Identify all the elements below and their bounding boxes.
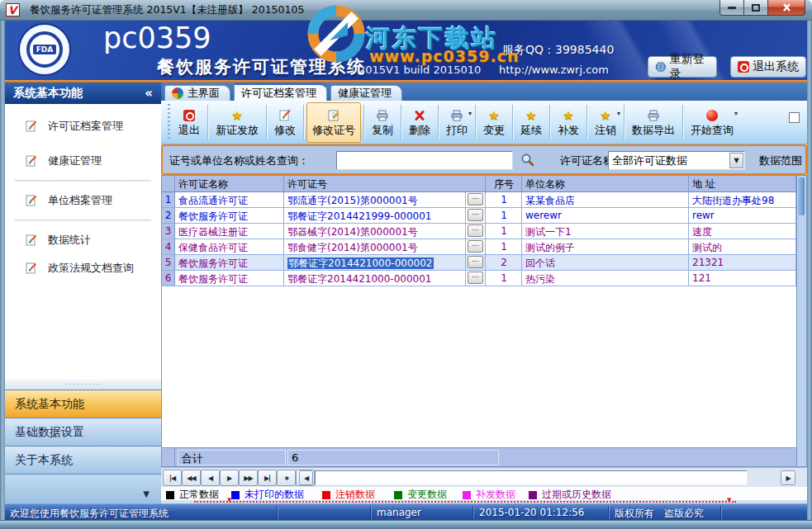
nav-insert-button[interactable]: ∗ xyxy=(277,470,296,486)
table-row[interactable]: 1 食品流通许可证 鄂流通字(2015)第000001号 ··· 1 某某食品店… xyxy=(162,192,796,208)
overflow-caret-icon[interactable]: ▼ xyxy=(143,489,150,498)
dropdown-caret-icon[interactable]: ▾ xyxy=(468,110,472,117)
fda-logo-text: FDA xyxy=(33,45,57,54)
nav-prior-page-button[interactable]: ◀◀ xyxy=(182,470,201,486)
app-icon: V xyxy=(6,3,20,17)
status-copyright: 版权所有 盗版必究 xyxy=(615,507,704,521)
window-frame-right xyxy=(807,21,812,520)
tab-label: 健康证管理 xyxy=(338,86,392,101)
nav-next-button[interactable]: ▶ xyxy=(220,470,239,486)
status-user: manager xyxy=(377,507,421,518)
sidebar-overflow-area: ▼ xyxy=(5,474,161,503)
toolbar-new-cert-button[interactable]: ★ 新证发放 xyxy=(211,103,264,142)
status-divider xyxy=(608,506,609,519)
horizontal-scrollbar[interactable] xyxy=(315,470,748,485)
tab-main[interactable]: 主界面 xyxy=(164,85,230,101)
toolbar-query-button[interactable]: 开始查询 ▾ xyxy=(686,103,738,142)
nav-first-button[interactable]: |◀ xyxy=(163,470,182,486)
table-row[interactable]: 2 餐饮服务许可证 鄂餐证字2014421999-000001 ··· 1 we… xyxy=(162,208,796,224)
status-divider xyxy=(277,506,278,519)
nav-next-page-button[interactable]: ▶▶ xyxy=(239,470,258,486)
row-detail-button[interactable]: ··· xyxy=(468,272,483,284)
tab-label: 主界面 xyxy=(188,86,220,101)
sidebar-item-label: 单位档案管理 xyxy=(48,193,112,208)
version-text: 2015V1 build 2015010 xyxy=(359,64,481,76)
nav-last-button[interactable]: ▶| xyxy=(258,470,277,486)
sidebar-item-health-cert[interactable]: 健康证管理 xyxy=(5,150,161,172)
sidebar-group-label: 系统基本功能 xyxy=(15,397,84,412)
header-license-name[interactable]: 许可证名称 xyxy=(175,176,284,192)
sidebar-panel: 许可证档案管理 健康证管理 单位档案管理 数据统计 政策法规文档查询 xyxy=(5,104,161,380)
row-detail-button[interactable]: ··· xyxy=(468,209,483,221)
table-row[interactable]: 6 餐饮服务许可证 鄂餐证字2014421000-000001 ··· 1 热污… xyxy=(162,271,796,286)
sidebar-header: 系统基本功能 « xyxy=(5,83,161,104)
data-scope-label: 数据范围 xyxy=(759,154,802,168)
relogin-button[interactable]: 重新登录 xyxy=(648,56,717,78)
sidebar-group-basic-functions[interactable]: 系统基本功能 xyxy=(5,390,161,418)
tab-health-cert[interactable]: 健康证管理 xyxy=(330,85,402,101)
sidebar-group-label: 基础数据设置 xyxy=(15,425,84,440)
toolbar-delete-button[interactable]: 删除 xyxy=(404,103,435,142)
table-row[interactable]: 3 医疗器械注册证 鄂器械字(2014)第000001号 ··· 1 测试一下1… xyxy=(162,224,796,239)
table-row-selected[interactable]: 5 餐饮服务许可证 鄂餐证字2014421000-000002 ··· 2 回个… xyxy=(162,255,796,271)
toolbar-print-button[interactable]: 打印 ▾ xyxy=(441,103,472,142)
search-icon[interactable] xyxy=(520,153,535,168)
sidebar-divider xyxy=(15,220,151,221)
sidebar-item-unit-archive[interactable]: 单位档案管理 xyxy=(5,190,161,211)
table-footer: 合计 6 xyxy=(162,447,796,466)
splitter-marker: ▼ xyxy=(227,497,231,503)
header-rownum xyxy=(162,176,175,192)
sidebar-splitter[interactable]: ········· xyxy=(5,380,161,390)
toolbar-edit-button[interactable]: 修改 xyxy=(269,103,301,142)
hscroll-right-button[interactable]: ▶ xyxy=(781,470,795,485)
collapse-icon[interactable]: « xyxy=(145,86,153,101)
dropdown-caret-icon[interactable]: ▾ xyxy=(734,110,738,117)
table-row[interactable]: 4 保健食品许可证 鄂食健字(2014)第000001号 ··· 1 测试的例子… xyxy=(162,239,796,255)
toolbar-revoke-button[interactable]: ★ 注销 ▾ xyxy=(590,103,621,142)
legend-swatch xyxy=(231,491,240,499)
cert-name-select[interactable]: 全部许可证数据 ▼ xyxy=(608,151,745,170)
status-divider xyxy=(370,506,371,519)
sidebar-divider xyxy=(15,180,151,182)
watermark-site-url: www.pc0359.cn xyxy=(369,47,519,65)
hscroll-left-button[interactable]: ◀ xyxy=(299,470,313,485)
tab-license-archive[interactable]: 许可证档案管理 xyxy=(234,83,327,101)
toolbar-change-button[interactable]: ★ 变更 xyxy=(478,103,510,142)
select-caret-icon[interactable]: ▼ xyxy=(729,153,743,168)
sidebar-group-base-data[interactable]: 基础数据设置 xyxy=(5,418,161,446)
nav-prior-button[interactable]: ◀ xyxy=(201,470,220,486)
sidebar-item-license-archive[interactable]: 许可证档案管理 xyxy=(5,116,161,137)
row-detail-button[interactable]: ··· xyxy=(468,256,483,268)
toolbar-exit-button[interactable]: 退出 xyxy=(173,103,205,142)
search-input[interactable] xyxy=(336,151,513,170)
header-license-no[interactable]: 许可证号 xyxy=(284,176,486,192)
footer-num-strip xyxy=(162,448,175,466)
sidebar-item-policy-docs[interactable]: 政策法规文档查询 xyxy=(5,257,161,279)
toolbar-checkbox[interactable] xyxy=(789,112,800,123)
header-seq[interactable]: 序号 xyxy=(486,176,522,192)
sidebar-group-about[interactable]: 关于本系统 xyxy=(5,446,161,474)
toolbar-reissue-button[interactable]: ★ 补发 xyxy=(553,103,584,142)
header-address[interactable]: 地 址 xyxy=(689,176,796,192)
header-unit-name[interactable]: 单位名称 xyxy=(522,176,689,192)
website-url[interactable]: http://www.zwrj.com xyxy=(499,64,609,76)
toolbar-edit-certno-button[interactable]: 修改证号 xyxy=(306,102,361,143)
close-button[interactable] xyxy=(768,0,805,16)
row-detail-button[interactable]: ··· xyxy=(468,240,483,253)
toolbar-grip[interactable] xyxy=(168,104,170,140)
row-detail-button[interactable]: ··· xyxy=(468,193,483,205)
exit-system-button[interactable]: 退出系统 xyxy=(730,56,806,78)
toolbar-copy-button[interactable]: 复制 xyxy=(367,103,398,142)
toolbar-export-button[interactable]: 数据导出 xyxy=(627,103,680,142)
star-icon: ★ xyxy=(600,109,610,123)
minimize-button[interactable] xyxy=(719,0,744,16)
sidebar-item-data-stats[interactable]: 数据统计 xyxy=(5,229,161,251)
vertical-scrollbar[interactable] xyxy=(797,175,807,467)
record-navigator: |◀ ◀◀ ◀ ▶ ▶▶ ▶| ∗ ∗ ◀ ▶ xyxy=(161,467,807,487)
star-icon: ★ xyxy=(231,109,242,123)
scrollbar-thumb[interactable] xyxy=(798,177,805,215)
toolbar-extend-button[interactable]: ★ 延续 xyxy=(515,103,547,142)
maximize-button[interactable] xyxy=(744,0,768,16)
dropdown-caret-icon[interactable]: ▾ xyxy=(617,110,620,117)
row-detail-button[interactable]: ··· xyxy=(468,224,483,237)
